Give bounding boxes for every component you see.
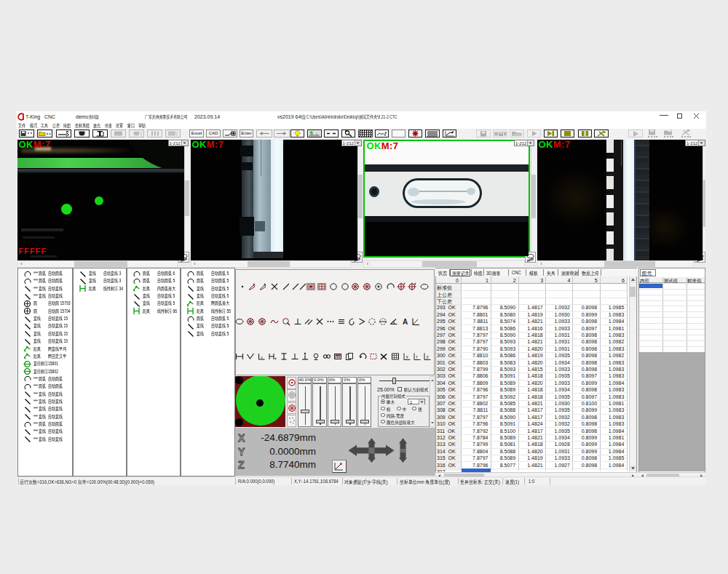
- svg-text:z: z: [427, 354, 430, 359]
- svg-text:x: x: [261, 355, 263, 359]
- svg-text:r: r: [416, 354, 419, 359]
- svg-text:A: A: [403, 318, 408, 326]
- svg-text:Z: Z: [238, 460, 245, 470]
- svg-text:X: X: [238, 433, 245, 443]
- svg-text:x: x: [406, 354, 409, 359]
- svg-text:Y: Y: [238, 447, 245, 457]
